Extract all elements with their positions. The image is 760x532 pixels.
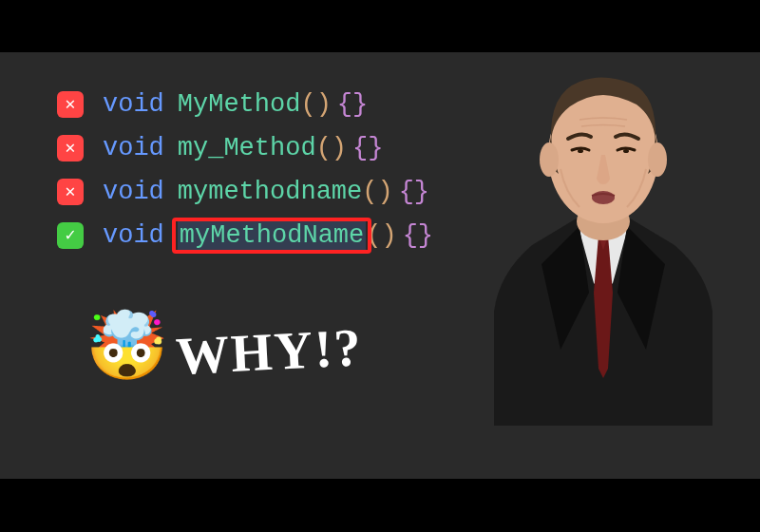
- parentheses: (): [362, 178, 392, 206]
- method-name: my_Method: [178, 134, 316, 162]
- mindblown-emoji: 🤯: [86, 318, 168, 385]
- method-name: mymethodname: [178, 178, 362, 206]
- svg-point-2: [540, 142, 559, 177]
- keyword-void: void: [103, 178, 164, 206]
- keyword-void: void: [103, 134, 164, 162]
- braces: {}: [352, 134, 383, 162]
- thumbnail-content: ✕ void MyMethod () {} ✕ void my_Method (…: [0, 52, 760, 479]
- svg-point-4: [578, 149, 583, 153]
- method-name: MyMethod: [178, 90, 301, 119]
- keyword-void: void: [103, 221, 164, 250]
- letterbox-bottom: [0, 479, 760, 532]
- parentheses: (): [366, 221, 396, 250]
- caption: 🤯 WHY!?: [86, 318, 363, 385]
- cross-icon: ✕: [57, 135, 84, 162]
- letterbox-top: [0, 0, 760, 52]
- method-name-highlighted: myMethodName: [178, 221, 366, 250]
- cross-icon: ✕: [57, 179, 84, 205]
- braces: {}: [399, 178, 429, 206]
- method-name-text: myMethodName: [180, 221, 364, 250]
- parentheses: (): [316, 134, 347, 162]
- parentheses: (): [300, 90, 331, 119]
- keyword-void: void: [103, 90, 164, 119]
- why-text: WHY!?: [174, 316, 364, 387]
- cross-icon: ✕: [57, 91, 84, 118]
- svg-point-3: [648, 142, 667, 177]
- person-photo: [446, 46, 760, 426]
- braces: {}: [337, 90, 368, 119]
- braces: {}: [403, 221, 433, 250]
- svg-point-5: [623, 149, 629, 153]
- check-icon: ✓: [57, 222, 84, 249]
